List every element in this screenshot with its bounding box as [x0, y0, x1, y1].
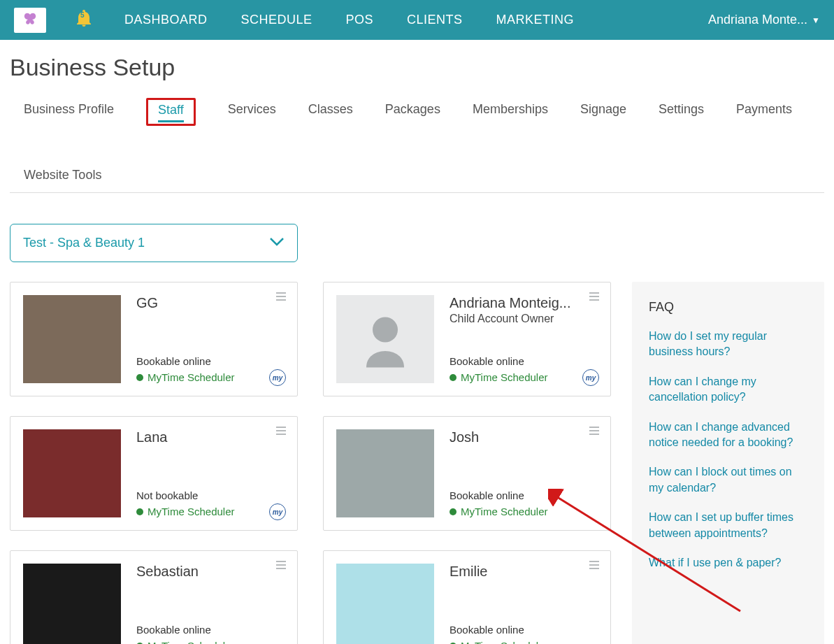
page-title: Business Setup	[10, 54, 824, 81]
butterfly-icon	[22, 12, 38, 29]
card-menu-icon[interactable]	[589, 292, 599, 301]
staff-subtitle: Child Account Owner	[450, 313, 598, 325]
bookable-status: Bookable online	[450, 355, 598, 367]
nav-marketing[interactable]: MARKETING	[496, 13, 575, 27]
tab-business-profile[interactable]: Business Profile	[24, 98, 114, 131]
avatar	[23, 295, 121, 383]
bookable-status: Bookable online	[450, 624, 598, 636]
scheduler-status: MyTime Scheduler	[136, 640, 285, 644]
nav-schedule[interactable]: SCHEDULE	[241, 13, 312, 27]
staff-status: Not bookableMyTime Scheduler	[136, 489, 285, 517]
staff-card[interactable]: SebastianBookable onlineMyTime Scheduler	[10, 550, 298, 644]
avatar	[336, 429, 434, 517]
status-dot-icon	[450, 374, 456, 381]
tab-classes[interactable]: Classes	[308, 98, 353, 131]
staff-card[interactable]: Andriana Monteig...Child Account OwnerBo…	[323, 282, 611, 396]
staff-name: Lana	[136, 429, 285, 445]
staff-grid: GGBookable onlineMyTime SchedulermyAndri…	[10, 282, 611, 644]
staff-status: Bookable onlineMyTime Scheduler	[450, 489, 598, 517]
scheduler-status: MyTime Scheduler	[136, 371, 285, 383]
location-select-value: Test - Spa & Beauty 1	[23, 236, 145, 250]
faq-title: FAQ	[649, 300, 807, 315]
notification-bell[interactable]: 5	[77, 10, 91, 30]
status-dot-icon	[136, 508, 143, 515]
faq-link[interactable]: How can I block out times on my calendar…	[649, 464, 807, 496]
nav-clients[interactable]: CLIENTS	[407, 13, 463, 27]
faq-link[interactable]: How do I set my regular business hours?	[649, 329, 807, 360]
user-name: Andriana Monte...	[708, 13, 807, 27]
bookable-status: Bookable online	[450, 489, 598, 501]
card-menu-icon[interactable]	[589, 427, 599, 435]
staff-status: Bookable onlineMyTime Scheduler	[136, 624, 285, 644]
faq-link[interactable]: How can I change my cancellation policy?	[649, 374, 807, 406]
status-dot-icon	[136, 374, 143, 381]
nav-pos[interactable]: POS	[346, 13, 374, 27]
avatar	[23, 429, 121, 517]
staff-status: Bookable onlineMyTime Scheduler	[450, 624, 598, 644]
scheduler-status: MyTime Scheduler	[450, 506, 598, 517]
tab-payments[interactable]: Payments	[736, 98, 792, 131]
scheduler-status: MyTime Scheduler	[450, 371, 598, 383]
notification-count: 5	[80, 11, 85, 19]
staff-name: Josh	[450, 429, 598, 445]
staff-card[interactable]: JoshBookable onlineMyTime Scheduler	[323, 416, 611, 531]
annotation-highlight-box: Staff	[146, 98, 196, 126]
scheduler-label: MyTime Scheduler	[461, 371, 547, 383]
brand-logo[interactable]	[14, 8, 46, 33]
status-dot-icon	[450, 508, 456, 515]
mytime-badge-icon[interactable]: my	[269, 503, 286, 520]
card-menu-icon[interactable]	[276, 427, 286, 435]
tab-website-tools[interactable]: Website Tools	[24, 164, 122, 192]
tab-settings[interactable]: Settings	[659, 98, 704, 131]
staff-card-body: JoshBookable onlineMyTime Scheduler	[450, 429, 598, 517]
staff-card-body: LanaNot bookableMyTime Scheduler	[136, 429, 285, 517]
staff-name: Andriana Monteig...	[450, 295, 598, 311]
faq-link[interactable]: What if I use pen & paper?	[649, 555, 807, 571]
staff-name: Sebastian	[136, 564, 285, 580]
scheduler-label: MyTime Scheduler	[148, 506, 234, 517]
faq-link[interactable]: How can I set up buffer times between ap…	[649, 510, 807, 541]
avatar	[336, 295, 434, 383]
main-nav: DASHBOARD SCHEDULE POS CLIENTS MARKETING	[124, 13, 574, 27]
scheduler-label: MyTime Scheduler	[461, 506, 547, 517]
avatar	[336, 564, 434, 644]
scheduler-label: MyTime Scheduler	[148, 640, 234, 644]
user-menu[interactable]: Andriana Monte... ▼	[708, 13, 820, 27]
bookable-status: Bookable online	[136, 355, 285, 367]
staff-status: Bookable onlineMyTime Scheduler	[450, 355, 598, 383]
card-menu-icon[interactable]	[276, 292, 286, 301]
staff-card[interactable]: LanaNot bookableMyTime Schedulermy	[10, 416, 298, 531]
mytime-badge-icon[interactable]: my	[582, 369, 599, 386]
tab-memberships[interactable]: Memberships	[473, 98, 548, 131]
staff-card[interactable]: GGBookable onlineMyTime Schedulermy	[10, 282, 298, 396]
nav-dashboard[interactable]: DASHBOARD	[124, 13, 208, 27]
tab-packages[interactable]: Packages	[385, 98, 440, 131]
svg-point-0	[373, 317, 398, 343]
caret-down-icon: ▼	[812, 15, 820, 25]
staff-card-body: EmilieBookable onlineMyTime Scheduler	[450, 564, 598, 644]
card-menu-icon[interactable]	[589, 561, 599, 569]
tab-staff[interactable]: Staff	[158, 101, 184, 122]
staff-card-body: GGBookable onlineMyTime Scheduler	[136, 295, 285, 383]
staff-status: Bookable onlineMyTime Scheduler	[136, 355, 285, 383]
chevron-down-icon	[269, 236, 285, 250]
bookable-status: Bookable online	[136, 624, 285, 636]
scheduler-status: MyTime Scheduler	[136, 506, 285, 517]
mytime-badge-icon[interactable]: my	[269, 369, 286, 386]
avatar	[23, 564, 121, 644]
top-nav: 5 DASHBOARD SCHEDULE POS CLIENTS MARKETI…	[0, 0, 834, 40]
staff-card-body: SebastianBookable onlineMyTime Scheduler	[136, 564, 285, 644]
card-menu-icon[interactable]	[276, 561, 286, 569]
faq-link[interactable]: How can I change advanced notice needed …	[649, 420, 807, 451]
faq-panel: FAQ How do I set my regular business hou…	[632, 282, 824, 644]
tab-signage[interactable]: Signage	[580, 98, 626, 131]
scheduler-status: MyTime Scheduler	[450, 640, 598, 644]
scheduler-label: MyTime Scheduler	[148, 371, 234, 383]
staff-name: Emilie	[450, 564, 598, 580]
location-select[interactable]: Test - Spa & Beauty 1	[10, 224, 298, 262]
staff-name: GG	[136, 295, 285, 311]
staff-card-body: Andriana Monteig...Child Account OwnerBo…	[450, 295, 598, 383]
settings-tabs: Business Profile Staff Services Classes …	[10, 94, 824, 193]
tab-services[interactable]: Services	[228, 98, 276, 131]
staff-card[interactable]: EmilieBookable onlineMyTime Scheduler	[323, 550, 611, 644]
